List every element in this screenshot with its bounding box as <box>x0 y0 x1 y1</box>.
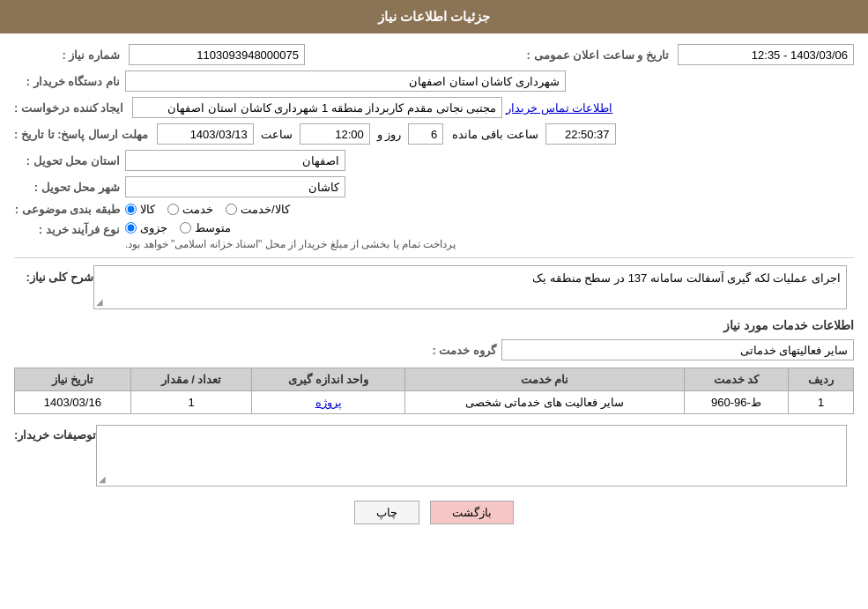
radio-kala: کالا <box>125 203 155 216</box>
cell-0: 1 <box>789 391 854 414</box>
noe-farayand-desc: پرداخت تمام یا بخشی از مبلغ خریدار از مح… <box>125 238 456 250</box>
ostan-label: استان محل تحویل : <box>14 154 120 167</box>
tarikh-field: 1403/03/06 - 12:35 <box>678 44 854 65</box>
radio-jozvi-label: جزوی <box>140 221 167 234</box>
vahed-cell: پروژه <box>252 391 405 414</box>
page-header: جزئیات اطلاعات نیاز <box>0 0 868 33</box>
sharh-kolli-label: شرح کلی نیاز: <box>14 265 93 284</box>
tarikh-label: تاریخ و ساعت اعلان عمومی : <box>527 48 669 62</box>
cell-4: 1 <box>130 391 252 414</box>
shahr-field: کاشان <box>125 176 345 197</box>
radio-motavaset-label: متوسط <box>195 221 231 234</box>
sharh-kolli-box: اجرای عملیات لکه گیری آسفالت سامانه 137 … <box>93 265 847 309</box>
groupe-khedmat-field: سایر فعالیتهای خدماتی <box>501 339 854 360</box>
radio-khedmat-label: خدمت <box>182 203 213 216</box>
saat-label: ساعت <box>261 128 293 141</box>
roz-field: 6 <box>408 123 443 145</box>
col-vahed: واحد اندازه گیری <box>252 368 405 391</box>
radio-jozvi-input[interactable] <box>125 222 137 234</box>
groupe-khedmat-label: گروه خدمت : <box>390 344 496 357</box>
buyer-notes-label: توصیفات خریدار: <box>14 428 96 442</box>
buttons-row: بازگشت چاپ <box>14 501 854 538</box>
khadamat-title: اطلاعات خدمات مورد نیاز <box>14 318 854 332</box>
cell-5: 1403/03/16 <box>15 391 131 414</box>
mohlat-label: مهلت ارسال پاسخ: تا تاریخ : <box>14 128 148 141</box>
cell-1: ط-96-960 <box>684 391 788 414</box>
tabaqebandi-label: طبقه بندی موضوعی : <box>14 203 120 216</box>
radio-jozvi: جزوی <box>125 221 167 234</box>
ijad-konande-field: مجتبی نجاتی مقدم کاربرداز منطقه 1 شهردار… <box>132 97 502 118</box>
roz-label: روز و <box>377 128 402 141</box>
sharh-kolli-value: اجرای عملیات لکه گیری آسفالت سامانه 137 … <box>532 271 841 285</box>
nam-dastgah-label: نام دستگاه خریدار : <box>14 75 120 88</box>
col-radif: ردیف <box>789 368 854 391</box>
shomare-niaz-label: شماره نیاز : <box>14 48 120 62</box>
radio-motavaset: متوسط <box>180 221 231 234</box>
tamas-khardar-link[interactable]: اطلاعات تماس خریدار <box>506 101 612 115</box>
saat-baqi-field: 22:50:37 <box>545 123 616 145</box>
ostan-field: اصفهان <box>125 150 345 171</box>
mohlat-tarikh-field: 1403/03/13 <box>157 123 254 145</box>
back-button[interactable]: بازگشت <box>430 501 514 524</box>
radio-kalaKhedmat-label: کالا/خدمت <box>241 203 290 216</box>
radio-kala-label: کالا <box>140 203 155 216</box>
services-table: ردیف کد خدمت نام خدمت واحد اندازه گیری ت… <box>14 368 854 414</box>
shahr-label: شهر محل تحویل : <box>14 181 120 194</box>
radio-kalaKhedmat-input[interactable] <box>226 204 237 215</box>
tabaqebandi-group: کالا/خدمت خدمت کالا <box>125 203 290 216</box>
radio-khedmat-input[interactable] <box>167 204 179 215</box>
radio-motavaset-input[interactable] <box>180 222 191 234</box>
page-title: جزئیات اطلاعات نیاز <box>378 9 490 24</box>
resize-icon: ◢ <box>96 297 103 307</box>
col-tedad: تعداد / مقدار <box>130 368 252 391</box>
noe-farayand-group: متوسط جزوی <box>125 221 231 234</box>
noe-farayand-label: نوع فرآیند خرید : <box>14 223 120 236</box>
ijad-konande-label: ایجاد کننده درخواست : <box>14 101 123 115</box>
cell-2: سایر فعالیت های خدماتی شخصی <box>405 391 685 414</box>
nam-dastgah-field: شهرداری کاشان استان اصفهان <box>125 71 566 92</box>
saat-baqi-label: ساعت باقی مانده <box>452 128 538 141</box>
radio-kalaKhedmat: کالا/خدمت <box>226 203 290 216</box>
buyer-notes-box: ◢ <box>96 425 847 486</box>
resize-icon-2: ◢ <box>99 474 106 484</box>
saat-field: 12:00 <box>300 123 370 145</box>
shomare-niaz-field: 1103093948000075 <box>129 44 305 65</box>
radio-khedmat: خدمت <box>167 203 213 216</box>
col-kod: کد خدمت <box>684 368 788 391</box>
table-row: 1ط-96-960سایر فعالیت های خدماتی شخصیپروژ… <box>15 391 854 414</box>
radio-kala-input[interactable] <box>125 204 137 215</box>
col-nam: نام خدمت <box>405 368 685 391</box>
col-tarikh: تاریخ نیاز <box>15 368 131 391</box>
print-button[interactable]: چاپ <box>354 501 419 524</box>
